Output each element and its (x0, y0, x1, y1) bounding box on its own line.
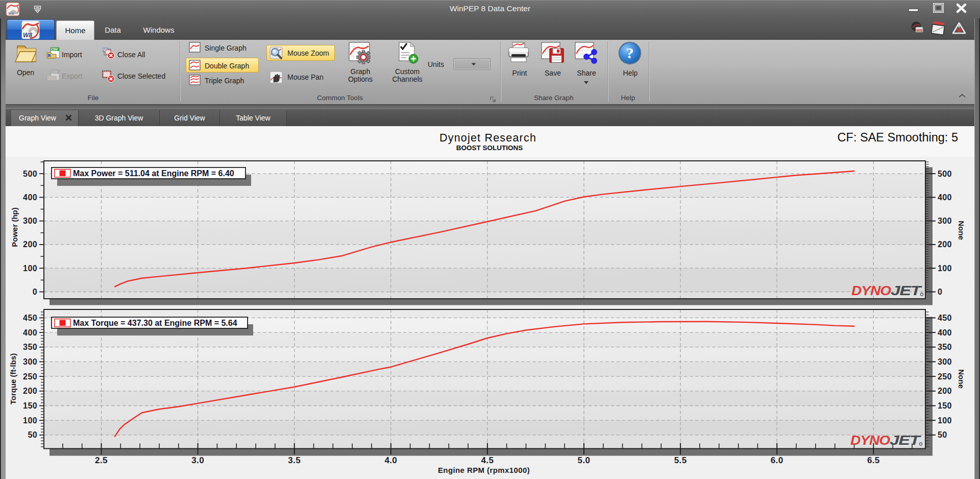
svg-text:Torque (ft-lbs): Torque (ft-lbs) (9, 353, 17, 405)
svg-text:Max Power = 511.04 at Engine R: Max Power = 511.04 at Engine RPM = 6.40 (73, 169, 234, 178)
svg-text:450: 450 (23, 314, 37, 322)
svg-text:DYNO: DYNO (850, 433, 890, 448)
svg-text:3.0: 3.0 (191, 456, 204, 465)
svg-text:JET: JET (890, 433, 922, 448)
svg-text:400: 400 (23, 193, 37, 202)
svg-text:300: 300 (938, 217, 952, 225)
svg-text:BOOST SOLUTIONS: BOOST SOLUTIONS (456, 144, 523, 152)
svg-text:Max Torque = 437.30 at Engine: Max Torque = 437.30 at Engine RPM = 5.64 (73, 319, 237, 327)
svg-text:250: 250 (938, 372, 952, 381)
svg-text:500: 500 (938, 170, 952, 178)
svg-text:5.5: 5.5 (674, 456, 687, 465)
svg-text:100: 100 (938, 264, 952, 273)
svg-text:400: 400 (938, 328, 952, 337)
svg-text:200: 200 (23, 240, 37, 249)
svg-text:6.0: 6.0 (771, 456, 783, 465)
svg-text:50: 50 (28, 430, 37, 439)
svg-text:350: 350 (938, 343, 952, 351)
svg-text:W8: W8 (8, 11, 14, 16)
svg-text:0: 0 (33, 288, 37, 296)
svg-text:500: 500 (23, 170, 37, 178)
svg-text:100: 100 (23, 264, 37, 273)
svg-text:250: 250 (23, 372, 37, 381)
svg-text:150: 150 (938, 401, 952, 410)
svg-text:4.5: 4.5 (481, 456, 494, 465)
svg-text:CF: SAE Smoothing: 5: CF: SAE Smoothing: 5 (838, 131, 958, 144)
svg-text:200: 200 (23, 387, 37, 395)
svg-text:JET: JET (891, 283, 923, 298)
svg-text:300: 300 (938, 357, 952, 366)
svg-text:W8: W8 (23, 32, 32, 39)
svg-text:300: 300 (23, 357, 37, 366)
svg-text:400: 400 (23, 328, 37, 337)
svg-text:400: 400 (938, 193, 952, 202)
svg-text:3.5: 3.5 (288, 456, 301, 465)
svg-text:None: None (957, 369, 966, 389)
svg-text:None: None (957, 221, 966, 240)
svg-text:150: 150 (23, 401, 37, 410)
svg-text:300: 300 (23, 217, 37, 225)
svg-text:6.5: 6.5 (867, 456, 880, 465)
svg-text:CSV: CSV (51, 70, 58, 74)
svg-text:Engine RPM (rpmx1000): Engine RPM (rpmx1000) (438, 466, 530, 474)
svg-text:200: 200 (938, 387, 952, 395)
svg-text:100: 100 (23, 416, 37, 425)
svg-text:CSV: CSV (51, 47, 58, 51)
svg-text:DYNO: DYNO (851, 283, 891, 298)
svg-text:450: 450 (938, 314, 952, 322)
svg-text:W8: W8 (916, 28, 923, 33)
svg-text:200: 200 (938, 240, 952, 249)
svg-text:100: 100 (938, 416, 952, 425)
svg-text:0: 0 (938, 288, 942, 296)
svg-text:?: ? (626, 44, 634, 61)
svg-text:Dynojet Research: Dynojet Research (439, 132, 536, 144)
svg-text:Power (hp): Power (hp) (10, 207, 19, 247)
svg-text:350: 350 (23, 343, 37, 351)
svg-text:2.5: 2.5 (95, 456, 108, 465)
svg-text:50: 50 (938, 430, 947, 439)
svg-text:4.0: 4.0 (384, 456, 397, 465)
svg-text:5.0: 5.0 (578, 456, 591, 465)
